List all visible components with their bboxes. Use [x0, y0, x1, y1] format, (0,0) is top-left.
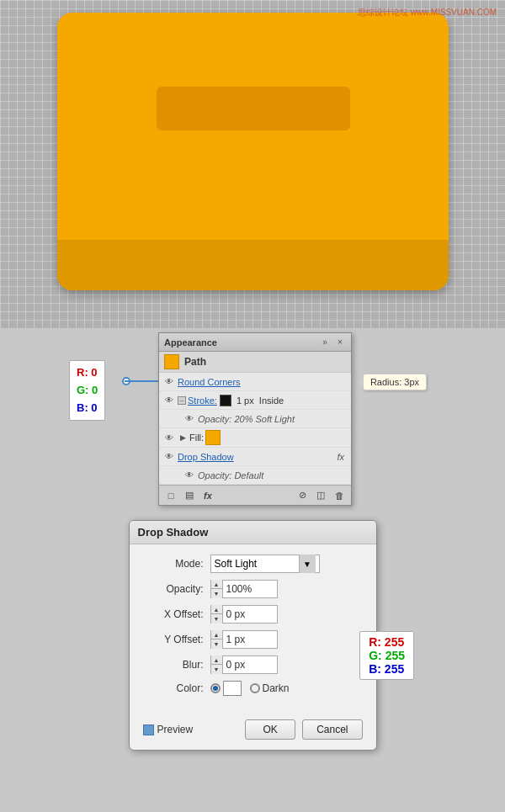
panel-controls: » ×: [319, 337, 346, 348]
stroke-value: 1 px Inside: [234, 395, 284, 406]
blur-up[interactable]: ▲: [211, 655, 222, 665]
visibility-icon-stroke[interactable]: 👁: [162, 394, 176, 407]
stroke-link[interactable]: Stroke:: [188, 395, 217, 406]
opacity-up[interactable]: ▲: [211, 580, 222, 589]
panel-row-round-corners[interactable]: 👁 Round Corners Radius: 3px: [159, 373, 351, 391]
x-offset-down[interactable]: ▼: [211, 614, 222, 624]
y-offset-value: 1 px: [223, 634, 249, 645]
play-icon-fill[interactable]: ▶: [178, 433, 188, 443]
panel-titlebar: Appearance » ×: [159, 333, 351, 352]
panel-row-opacity-default: 👁 Opacity: Default: [159, 466, 351, 485]
ok-button[interactable]: OK: [245, 719, 295, 740]
radio-color[interactable]: [210, 681, 242, 696]
visibility-icon-drop-shadow[interactable]: 👁: [162, 450, 176, 464]
panel-row-opacity-soft: 👁 Opacity: 20% Soft Light: [159, 410, 351, 428]
y-offset-label: Y Offset:: [143, 634, 204, 645]
dialog-footer: Preview OK Cancel: [130, 713, 376, 750]
x-offset-spinners[interactable]: ▲ ▼: [211, 605, 223, 624]
stroke-expand-icon[interactable]: –: [178, 396, 186, 405]
y-offset-input[interactable]: ▲ ▼ 1 px: [210, 630, 278, 649]
toolbar-icon-rect[interactable]: □: [164, 489, 178, 502]
opacity-input[interactable]: ▲ ▼ 100%: [210, 580, 278, 598]
appearance-panel: Appearance » × Path 👁 Round Corners Radi…: [158, 332, 352, 506]
rgb-b-top: B: 0: [77, 400, 98, 417]
rgb-values-white-box: R: 255 G: 255 B: 255: [359, 631, 414, 680]
rgb-label-top: R: 0 G: 0 B: 0: [69, 360, 105, 421]
toolbar-icon-copy[interactable]: ◫: [314, 489, 327, 502]
blur-label: Blur:: [143, 659, 204, 671]
dialog-row-color: Color: Darkn: [143, 681, 363, 696]
round-corners-link[interactable]: Round Corners: [178, 377, 241, 387]
y-offset-up[interactable]: ▲: [211, 630, 222, 640]
rgb-val-b: B: 255: [369, 662, 405, 676]
preview-label: Preview: [157, 724, 194, 735]
visibility-icon-opacity-soft[interactable]: 👁: [183, 412, 196, 426]
toolbar-icon-delete[interactable]: 🗑: [332, 489, 346, 502]
x-offset-input[interactable]: ▲ ▼ 0 px: [210, 605, 278, 624]
preview-option[interactable]: Preview: [143, 724, 194, 735]
radio-darkn[interactable]: Darkn: [250, 682, 290, 694]
panel-toolbar: □ ▤ fx ⊘ ◫ 🗑: [159, 485, 351, 505]
preview-checkbox[interactable]: [143, 724, 154, 735]
blur-input[interactable]: ▲ ▼ 0 px: [210, 655, 278, 674]
orange-card: [57, 13, 449, 290]
dialog-body: Mode: Soft Light ▼ Opacity: ▲ ▼ 100%: [130, 544, 376, 713]
cancel-button[interactable]: Cancel: [302, 719, 362, 740]
opacity-spinners[interactable]: ▲ ▼: [211, 580, 223, 598]
toolbar-icon-no[interactable]: ⊘: [295, 489, 309, 502]
path-color-icon: [164, 354, 179, 369]
y-offset-spinners[interactable]: ▲ ▼: [211, 630, 223, 649]
x-offset-value: 0 px: [223, 608, 249, 620]
dialog-titlebar: Drop Shadow: [130, 521, 376, 544]
rgb-r-top: R: 0: [77, 364, 98, 382]
panel-header-row: Path: [159, 352, 351, 373]
y-offset-down[interactable]: ▼: [211, 640, 222, 649]
opacity-value: 100%: [223, 583, 256, 595]
dialog-row-blur: Blur: ▲ ▼ 0 px: [143, 655, 363, 674]
visibility-icon-fill[interactable]: 👁: [162, 431, 176, 444]
opacity-label: Opacity:: [143, 583, 204, 595]
middle-section: R: 0 G: 0 B: 0 Appearance » × Path 👁 Rou…: [0, 328, 505, 513]
visibility-icon-round-corners[interactable]: 👁: [162, 375, 176, 389]
drop-shadow-dialog: Drop Shadow Mode: Soft Light ▼ Opacity: …: [129, 520, 377, 751]
panel-double-arrow[interactable]: »: [319, 337, 331, 348]
radio-darkn-circle[interactable]: [250, 683, 260, 693]
mode-select-arrow[interactable]: ▼: [299, 555, 316, 573]
x-offset-label: X Offset:: [143, 608, 204, 620]
mode-label: Mode:: [143, 558, 204, 570]
color-swatch[interactable]: [223, 681, 242, 696]
panel-close-btn[interactable]: ×: [334, 337, 346, 348]
toolbar-icon-fx[interactable]: fx: [201, 489, 215, 502]
darkn-label: Darkn: [263, 682, 290, 694]
mode-value: Soft Light: [215, 558, 258, 570]
dialog-row-y-offset: Y Offset: ▲ ▼ 1 px: [143, 630, 363, 649]
x-offset-up[interactable]: ▲: [211, 605, 222, 614]
canvas-area: 思综设计论坛 www.MISSVUAN.COM: [0, 0, 505, 328]
dialog-row-mode: Mode: Soft Light ▼: [143, 555, 363, 573]
mode-select[interactable]: Soft Light ▼: [210, 555, 320, 573]
stroke-preview: [220, 395, 231, 406]
card-inner-rect: [157, 87, 350, 130]
toolbar-icon-layers[interactable]: ▤: [183, 489, 196, 502]
path-label: Path: [184, 356, 206, 368]
drop-shadow-link[interactable]: Drop Shadow: [178, 452, 234, 462]
color-label: Color:: [143, 682, 204, 694]
visibility-icon-opacity-default[interactable]: 👁: [183, 469, 196, 482]
panel-row-drop-shadow[interactable]: 👁 Drop Shadow fx: [159, 448, 351, 466]
dialog-row-opacity: Opacity: ▲ ▼ 100%: [143, 580, 363, 598]
opacity-down[interactable]: ▼: [211, 589, 222, 598]
card-bottom-strip: [57, 240, 449, 290]
connector-line: [125, 380, 160, 382]
blur-down[interactable]: ▼: [211, 665, 222, 674]
blur-spinners[interactable]: ▲ ▼: [211, 655, 223, 674]
panel-row-stroke[interactable]: 👁 – Stroke: 1 px Inside: [159, 391, 351, 410]
radio-color-circle[interactable]: [210, 683, 221, 693]
watermark: 思综设计论坛 www.MISSVUAN.COM: [358, 7, 497, 19]
bottom-section: Drop Shadow Mode: Soft Light ▼ Opacity: …: [0, 513, 505, 812]
rgb-val-g: G: 255: [369, 649, 405, 662]
fill-label: Fill:: [189, 433, 204, 443]
fill-preview: [205, 430, 221, 445]
blur-value: 0 px: [223, 659, 249, 671]
panel-title: Appearance: [164, 337, 217, 348]
panel-row-fill[interactable]: 👁 ▶ Fill:: [159, 428, 351, 448]
